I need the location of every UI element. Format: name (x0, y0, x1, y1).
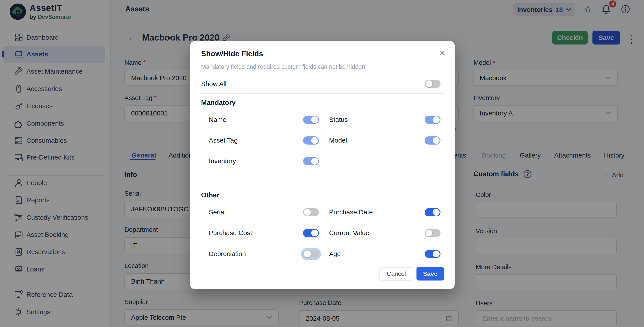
toggle-status[interactable] (425, 116, 440, 124)
other-section-heading: Other (201, 191, 219, 199)
field-toggle-label: Name (209, 116, 226, 123)
field-toggle-label: Serial (209, 208, 226, 216)
modal-divider (201, 93, 444, 94)
field-toggle-label: Asset Tag (209, 137, 238, 144)
modal-divider (201, 180, 444, 180)
mandatory-section-heading: Mandatory (201, 99, 236, 107)
toggle-purchase-date[interactable] (425, 208, 440, 216)
toggle-name[interactable] (303, 116, 319, 124)
field-toggle-label: Purchase Date (329, 208, 373, 216)
field-toggle-label: Purchase Cost (209, 229, 252, 237)
toggle-serial[interactable] (303, 208, 319, 216)
close-icon[interactable]: ✕ (440, 49, 445, 57)
toggle-depreciation[interactable] (303, 250, 319, 258)
field-toggle-label: Inventory (209, 157, 236, 165)
field-toggle-label: Depreciation (209, 250, 246, 258)
toggle-current-value[interactable] (425, 229, 440, 237)
modal-save-button[interactable]: Save (416, 267, 444, 280)
show-hide-fields-modal: Show/Hide Fields ✕ Mandatory fields and … (190, 41, 454, 289)
field-toggle-label: Model (329, 137, 347, 144)
modal-title: Show/Hide Fields (201, 49, 263, 58)
show-all-toggle[interactable] (425, 80, 440, 88)
toggle-model[interactable] (425, 136, 440, 145)
toggle-age[interactable] (425, 250, 440, 258)
toggle-purchase-cost[interactable] (303, 229, 319, 237)
field-toggle-label: Age (329, 250, 341, 258)
modal-cancel-button[interactable]: Cancel (380, 267, 413, 280)
field-toggle-label: Status (329, 116, 348, 123)
modal-subtitle: Mandatory fields and required custom fie… (201, 64, 365, 70)
show-all-label: Show All (201, 80, 226, 88)
toggle-inventory[interactable] (303, 157, 319, 165)
toggle-asset-tag[interactable] (303, 136, 319, 145)
field-toggle-label: Current Value (329, 229, 369, 237)
